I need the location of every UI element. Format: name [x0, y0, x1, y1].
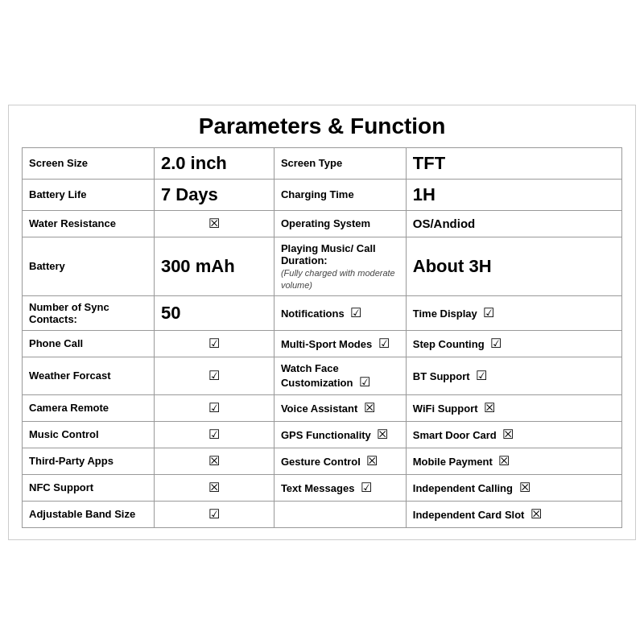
empty-cell	[274, 501, 406, 527]
screen-size-label: Screen Size	[23, 147, 155, 179]
page-container: Parameters & Function Screen Size 2.0 in…	[8, 105, 636, 540]
screen-type-value: TFT	[406, 147, 621, 179]
wifi-support-cell: WiFi Support ☒	[406, 394, 621, 421]
feature-row-band: Adjustable Band Size ☑ Independent Card …	[23, 501, 622, 527]
watch-face-cell: Watch Face Customization ☑	[274, 357, 406, 394]
feature-row-sync: Number of Sync Contacts: 50 Notification…	[23, 295, 622, 330]
feature-row-weather: Weather Forcast ☑ Watch Face Customizati…	[23, 357, 622, 394]
voice-assistant-cell: Voice Assistant ☒	[274, 394, 406, 421]
feature-row-music: Music Control ☑ GPS Functionality ☒ Smar…	[23, 421, 622, 448]
sync-contacts-value: 50	[154, 295, 274, 330]
water-resistance-label: Water Resistance	[23, 210, 155, 237]
weather-label: Weather Forcast	[23, 357, 155, 394]
text-messages-cell: Text Messages ☑	[274, 474, 406, 501]
charging-time-value: 1H	[406, 179, 621, 210]
music-duration-label: Playing Music/ Call Duration: (Fully cha…	[274, 237, 406, 295]
independent-calling-cell: Independent Calling ☒	[406, 474, 621, 501]
music-control-label: Music Control	[23, 421, 155, 448]
gesture-cell: Gesture Control ☒	[274, 448, 406, 474]
weather-check: ☑	[154, 357, 274, 394]
music-control-check: ☑	[154, 421, 274, 448]
time-display-cell: Time Display ☑	[406, 295, 621, 330]
mobile-payment-cell: Mobile Payment ☒	[406, 448, 621, 474]
camera-check: ☑	[154, 394, 274, 421]
gps-cell: GPS Functionality ☒	[274, 421, 406, 448]
spec-row-battery-mah: Battery 300 mAh Playing Music/ Call Dura…	[23, 237, 622, 295]
third-party-label: Third-Party Apps	[23, 448, 155, 474]
camera-label: Camera Remote	[23, 394, 155, 421]
spec-row-water: Water Resistance ☒ Operating System OS/A…	[23, 210, 622, 237]
feature-row-camera: Camera Remote ☑ Voice Assistant ☒ WiFi S…	[23, 394, 622, 421]
sync-contacts-label: Number of Sync Contacts:	[23, 295, 155, 330]
smart-door-cell: Smart Door Card ☒	[406, 421, 621, 448]
nfc-label: NFC Support	[23, 474, 155, 501]
step-counting-cell: Step Counting ☑	[406, 330, 621, 357]
charging-time-label: Charging Time	[274, 179, 406, 210]
water-resistance-value: ☒	[154, 210, 274, 237]
phone-call-label: Phone Call	[23, 330, 155, 357]
nfc-check: ☒	[154, 474, 274, 501]
screen-type-label: Screen Type	[274, 147, 406, 179]
independent-card-slot-cell: Independent Card Slot ☒	[406, 501, 621, 527]
os-label: Operating System	[274, 210, 406, 237]
band-size-check: ☑	[154, 501, 274, 527]
bt-support-cell: BT Support ☑	[406, 357, 621, 394]
feature-row-nfc: NFC Support ☒ Text Messages ☑ Independen…	[23, 474, 622, 501]
third-party-check: ☒	[154, 448, 274, 474]
spec-row-screen: Screen Size 2.0 inch Screen Type TFT	[23, 147, 622, 179]
screen-size-value: 2.0 inch	[154, 147, 274, 179]
specs-table: Screen Size 2.0 inch Screen Type TFT Bat…	[22, 147, 622, 528]
page-title: Parameters & Function	[22, 114, 622, 139]
feature-row-phonecall: Phone Call ☑ Multi-Sport Modes ☑ Step Co…	[23, 330, 622, 357]
battery-life-label: Battery Life	[23, 179, 155, 210]
music-duration-value: About 3H	[406, 237, 621, 295]
band-size-label: Adjustable Band Size	[23, 501, 155, 527]
notifications-cell: Notifications ☑	[274, 295, 406, 330]
multi-sport-cell: Multi-Sport Modes ☑	[274, 330, 406, 357]
battery-label: Battery	[23, 237, 155, 295]
spec-row-battery-life: Battery Life 7 Days Charging Time 1H	[23, 179, 622, 210]
phone-call-check: ☑	[154, 330, 274, 357]
os-value: OS/Andiod	[406, 210, 621, 237]
feature-row-thirdparty: Third-Party Apps ☒ Gesture Control ☒ Mob…	[23, 448, 622, 474]
battery-life-value: 7 Days	[154, 179, 274, 210]
battery-value: 300 mAh	[154, 237, 274, 295]
